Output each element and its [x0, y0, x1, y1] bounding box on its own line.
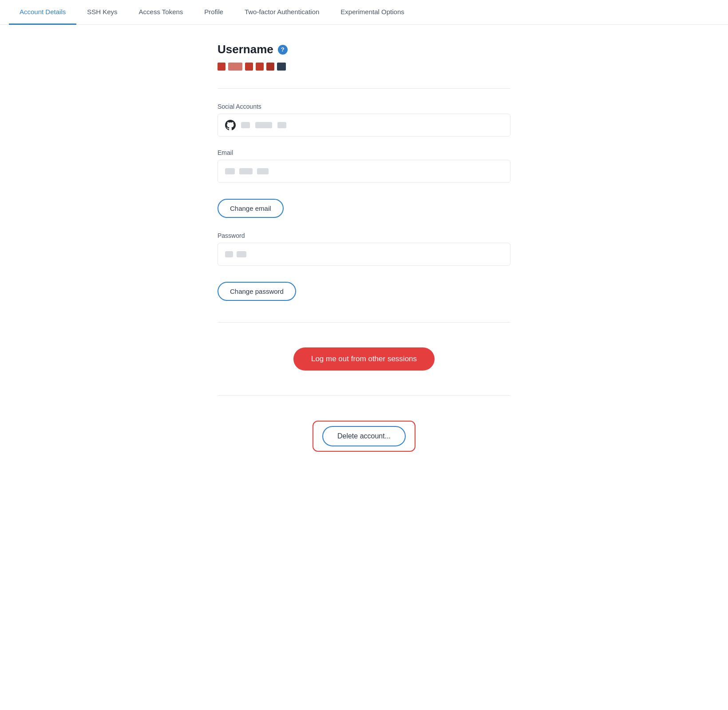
logout-section: Log me out from other sessions: [218, 337, 510, 381]
password-label: Password: [218, 232, 510, 239]
tab-ssh-keys[interactable]: SSH Keys: [76, 0, 128, 25]
username-section: Username ?: [218, 43, 510, 71]
username-display: [218, 63, 510, 71]
change-password-button[interactable]: Change password: [218, 282, 296, 301]
email-block-2: [239, 168, 253, 174]
password-content: [225, 251, 246, 257]
social-block-3: [277, 122, 286, 128]
delete-account-button[interactable]: Delete account...: [322, 426, 406, 446]
tab-access-tokens[interactable]: Access Tokens: [128, 0, 194, 25]
delete-outer-border: Delete account...: [313, 421, 415, 452]
social-block-1: [241, 122, 250, 128]
main-content: Username ? Social Accounts: [209, 25, 519, 480]
tab-experimental[interactable]: Experimental Options: [330, 0, 415, 25]
username-heading: Username ?: [218, 43, 510, 56]
password-block-1: [225, 251, 233, 257]
username-block-5: [266, 63, 274, 71]
tab-two-factor[interactable]: Two-factor Authentication: [234, 0, 330, 25]
divider-2: [218, 322, 510, 323]
password-block-2: [237, 251, 246, 257]
password-section: Password: [218, 232, 510, 266]
email-input-wrapper: [218, 160, 510, 183]
username-block-1: [218, 63, 226, 71]
username-block-6: [277, 63, 286, 71]
social-accounts-input: [218, 114, 510, 137]
nav-tabs: Account Details SSH Keys Access Tokens P…: [0, 0, 728, 25]
change-email-button[interactable]: Change email: [218, 199, 284, 218]
username-block-2: [228, 63, 242, 71]
password-input-wrapper: [218, 243, 510, 266]
divider-3: [218, 395, 510, 396]
divider-1: [218, 88, 510, 89]
social-account-row: [225, 120, 286, 130]
social-accounts-section: Social Accounts: [218, 103, 510, 137]
email-block-1: [225, 168, 235, 174]
email-section: Email: [218, 149, 510, 183]
social-block-2: [255, 122, 272, 128]
logout-button[interactable]: Log me out from other sessions: [293, 347, 435, 371]
username-block-4: [256, 63, 264, 71]
delete-section: Delete account...: [218, 410, 510, 462]
username-label: Username: [218, 43, 273, 56]
email-label: Email: [218, 149, 510, 156]
email-content: [225, 168, 269, 174]
username-help-icon[interactable]: ?: [278, 45, 288, 55]
tab-account-details[interactable]: Account Details: [9, 0, 76, 25]
tab-profile[interactable]: Profile: [194, 0, 234, 25]
username-block-3: [245, 63, 253, 71]
github-icon: [225, 120, 236, 130]
email-block-3: [257, 168, 269, 174]
social-accounts-label: Social Accounts: [218, 103, 510, 110]
